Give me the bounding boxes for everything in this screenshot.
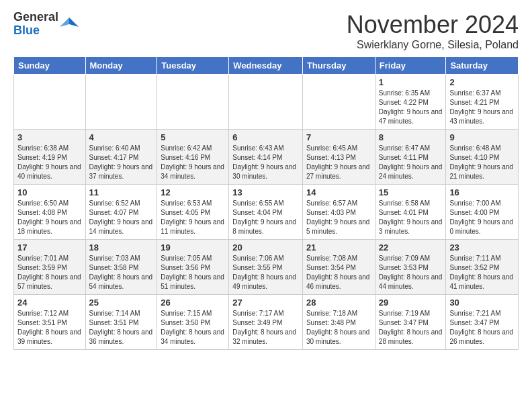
day-info: Sunrise: 6:57 AMSunset: 4:03 PMDaylight:… bbox=[306, 199, 370, 235]
week-row-5: 24 Sunrise: 7:12 AMSunset: 3:51 PMDaylig… bbox=[14, 294, 519, 349]
calendar-cell: 7 Sunrise: 6:45 AMSunset: 4:13 PMDayligh… bbox=[302, 129, 375, 184]
day-info: Sunrise: 6:58 AMSunset: 4:01 PMDaylight:… bbox=[379, 199, 443, 235]
day-number: 24 bbox=[17, 298, 82, 308]
day-number: 11 bbox=[89, 187, 154, 197]
calendar-cell: 26 Sunrise: 7:15 AMSunset: 3:50 PMDaylig… bbox=[157, 294, 229, 349]
calendar-cell: 20 Sunrise: 7:06 AMSunset: 3:55 PMDaylig… bbox=[229, 239, 303, 294]
day-number: 22 bbox=[379, 242, 443, 253]
day-number: 13 bbox=[232, 187, 299, 197]
day-info: Sunrise: 7:17 AMSunset: 3:49 PMDaylight:… bbox=[232, 310, 296, 345]
day-header-monday: Monday bbox=[85, 56, 157, 74]
calendar-cell: 30 Sunrise: 7:21 AMSunset: 3:47 PMDaylig… bbox=[446, 294, 519, 349]
day-number: 29 bbox=[379, 298, 443, 308]
day-number: 6 bbox=[232, 132, 299, 142]
svg-marker-1 bbox=[60, 17, 69, 27]
day-number: 25 bbox=[89, 298, 154, 308]
logo-general: General bbox=[13, 11, 58, 24]
calendar-cell: 9 Sunrise: 6:48 AMSunset: 4:10 PMDayligh… bbox=[446, 129, 519, 184]
day-info: Sunrise: 7:14 AMSunset: 3:51 PMDaylight:… bbox=[89, 310, 153, 345]
day-info: Sunrise: 7:03 AMSunset: 3:58 PMDaylight:… bbox=[89, 255, 153, 290]
day-number: 2 bbox=[449, 77, 515, 87]
title-area: November 2024 Swierklany Gorne, Silesia,… bbox=[347, 11, 519, 51]
day-info: Sunrise: 7:11 AMSunset: 3:52 PMDaylight:… bbox=[449, 255, 513, 290]
day-info: Sunrise: 6:43 AMSunset: 4:14 PMDaylight:… bbox=[232, 144, 296, 180]
calendar-cell: 12 Sunrise: 6:53 AMSunset: 4:05 PMDaylig… bbox=[157, 184, 229, 239]
day-number: 19 bbox=[161, 242, 225, 253]
month-title: November 2024 bbox=[347, 11, 519, 39]
day-header-saturday: Saturday bbox=[446, 56, 519, 74]
calendar-cell: 3 Sunrise: 6:38 AMSunset: 4:19 PMDayligh… bbox=[14, 129, 86, 184]
calendar-cell: 18 Sunrise: 7:03 AMSunset: 3:58 PMDaylig… bbox=[85, 239, 157, 294]
week-row-3: 10 Sunrise: 6:50 AMSunset: 4:08 PMDaylig… bbox=[14, 184, 519, 239]
week-row-2: 3 Sunrise: 6:38 AMSunset: 4:19 PMDayligh… bbox=[14, 129, 519, 184]
logo-area: General Blue bbox=[13, 11, 79, 38]
day-number: 14 bbox=[306, 187, 371, 197]
calendar-cell: 2 Sunrise: 6:37 AMSunset: 4:21 PMDayligh… bbox=[446, 74, 519, 129]
calendar-cell: 11 Sunrise: 6:52 AMSunset: 4:07 PMDaylig… bbox=[85, 184, 157, 239]
day-number: 23 bbox=[449, 242, 515, 253]
day-info: Sunrise: 7:18 AMSunset: 3:48 PMDaylight:… bbox=[306, 310, 370, 345]
day-info: Sunrise: 6:48 AMSunset: 4:10 PMDaylight:… bbox=[449, 144, 513, 180]
day-number: 20 bbox=[232, 242, 299, 253]
day-number: 4 bbox=[89, 132, 154, 142]
calendar-cell: 13 Sunrise: 6:55 AMSunset: 4:04 PMDaylig… bbox=[229, 184, 303, 239]
calendar-cell: 6 Sunrise: 6:43 AMSunset: 4:14 PMDayligh… bbox=[229, 129, 303, 184]
day-header-tuesday: Tuesday bbox=[157, 56, 229, 74]
day-info: Sunrise: 7:21 AMSunset: 3:47 PMDaylight:… bbox=[449, 310, 513, 345]
calendar-cell: 22 Sunrise: 7:09 AMSunset: 3:53 PMDaylig… bbox=[375, 239, 446, 294]
day-info: Sunrise: 6:42 AMSunset: 4:16 PMDaylight:… bbox=[161, 144, 224, 180]
day-info: Sunrise: 7:06 AMSunset: 3:55 PMDaylight:… bbox=[232, 255, 296, 290]
calendar-cell: 15 Sunrise: 6:58 AMSunset: 4:01 PMDaylig… bbox=[375, 184, 446, 239]
calendar-cell bbox=[157, 74, 229, 129]
calendar-cell: 8 Sunrise: 6:47 AMSunset: 4:11 PMDayligh… bbox=[375, 129, 446, 184]
week-row-4: 17 Sunrise: 7:01 AMSunset: 3:59 PMDaylig… bbox=[14, 239, 519, 294]
day-info: Sunrise: 7:12 AMSunset: 3:51 PMDaylight:… bbox=[17, 310, 81, 345]
logo-blue: Blue bbox=[13, 24, 58, 38]
calendar-cell: 24 Sunrise: 7:12 AMSunset: 3:51 PMDaylig… bbox=[14, 294, 86, 349]
day-info: Sunrise: 7:01 AMSunset: 3:59 PMDaylight:… bbox=[17, 255, 81, 290]
calendar: SundayMondayTuesdayWednesdayThursdayFrid… bbox=[13, 56, 519, 350]
day-info: Sunrise: 6:40 AMSunset: 4:17 PMDaylight:… bbox=[89, 144, 153, 180]
location-title: Swierklany Gorne, Silesia, Poland bbox=[347, 39, 519, 51]
day-number: 8 bbox=[379, 132, 443, 142]
day-number: 16 bbox=[449, 187, 515, 197]
calendar-cell: 19 Sunrise: 7:05 AMSunset: 3:56 PMDaylig… bbox=[157, 239, 229, 294]
day-info: Sunrise: 6:55 AMSunset: 4:04 PMDaylight:… bbox=[232, 199, 296, 235]
day-info: Sunrise: 6:53 AMSunset: 4:05 PMDaylight:… bbox=[161, 199, 224, 235]
day-header-sunday: Sunday bbox=[14, 56, 86, 74]
day-info: Sunrise: 7:00 AMSunset: 4:00 PMDaylight:… bbox=[449, 199, 513, 235]
day-info: Sunrise: 7:08 AMSunset: 3:54 PMDaylight:… bbox=[306, 255, 370, 290]
day-number: 1 bbox=[379, 77, 443, 87]
day-info: Sunrise: 7:19 AMSunset: 3:47 PMDaylight:… bbox=[379, 310, 443, 345]
day-number: 30 bbox=[449, 298, 515, 308]
calendar-cell: 10 Sunrise: 6:50 AMSunset: 4:08 PMDaylig… bbox=[14, 184, 86, 239]
day-info: Sunrise: 7:09 AMSunset: 3:53 PMDaylight:… bbox=[379, 255, 443, 290]
day-info: Sunrise: 7:05 AMSunset: 3:56 PMDaylight:… bbox=[161, 255, 224, 290]
day-header-wednesday: Wednesday bbox=[229, 56, 303, 74]
calendar-cell bbox=[302, 74, 375, 129]
calendar-cell: 28 Sunrise: 7:18 AMSunset: 3:48 PMDaylig… bbox=[302, 294, 375, 349]
day-number: 27 bbox=[232, 298, 299, 308]
day-number: 17 bbox=[17, 242, 82, 253]
day-header-thursday: Thursday bbox=[302, 56, 375, 74]
logo-bird-icon bbox=[60, 15, 79, 34]
day-info: Sunrise: 6:37 AMSunset: 4:21 PMDaylight:… bbox=[449, 89, 513, 125]
day-info: Sunrise: 6:47 AMSunset: 4:11 PMDaylight:… bbox=[379, 144, 443, 180]
day-number: 28 bbox=[306, 298, 371, 308]
week-row-1: 1 Sunrise: 6:35 AMSunset: 4:22 PMDayligh… bbox=[14, 74, 519, 129]
calendar-cell: 17 Sunrise: 7:01 AMSunset: 3:59 PMDaylig… bbox=[14, 239, 86, 294]
header: General Blue November 2024 Swierklany Go… bbox=[13, 11, 519, 51]
day-info: Sunrise: 7:15 AMSunset: 3:50 PMDaylight:… bbox=[161, 310, 224, 345]
day-info: Sunrise: 6:52 AMSunset: 4:07 PMDaylight:… bbox=[89, 199, 153, 235]
day-number: 5 bbox=[161, 132, 225, 142]
day-number: 7 bbox=[306, 132, 371, 142]
calendar-cell: 23 Sunrise: 7:11 AMSunset: 3:52 PMDaylig… bbox=[446, 239, 519, 294]
calendar-cell: 1 Sunrise: 6:35 AMSunset: 4:22 PMDayligh… bbox=[375, 74, 446, 129]
day-info: Sunrise: 6:45 AMSunset: 4:13 PMDaylight:… bbox=[306, 144, 370, 180]
page: General Blue November 2024 Swierklany Go… bbox=[0, 0, 532, 357]
calendar-cell: 5 Sunrise: 6:42 AMSunset: 4:16 PMDayligh… bbox=[157, 129, 229, 184]
calendar-cell: 21 Sunrise: 7:08 AMSunset: 3:54 PMDaylig… bbox=[302, 239, 375, 294]
svg-marker-0 bbox=[69, 17, 79, 27]
calendar-cell bbox=[85, 74, 157, 129]
day-header-friday: Friday bbox=[375, 56, 446, 74]
